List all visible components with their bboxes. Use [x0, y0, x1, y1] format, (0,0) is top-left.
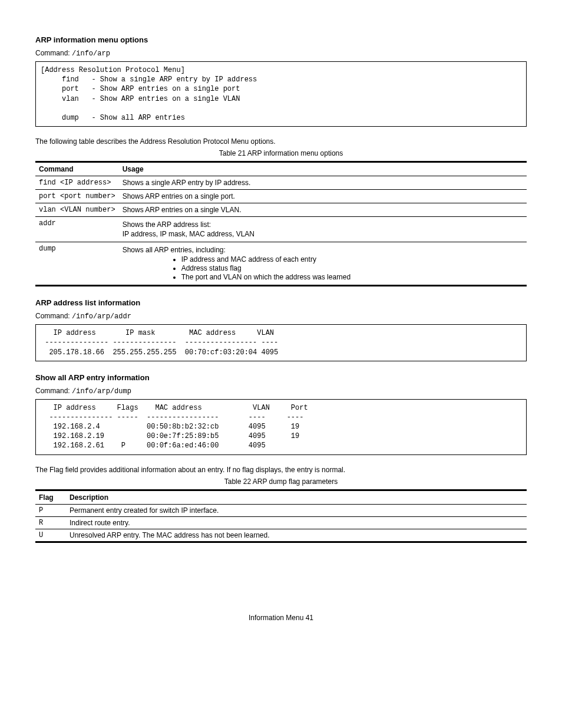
flag-table: Flag Description P Permanent entry creat…	[35, 489, 527, 543]
table-row: dump Shows all ARP entries, including: I…	[35, 242, 527, 286]
arp-addr-heading: ARP address list information	[35, 298, 527, 307]
page-footer: Information Menu 41	[35, 614, 527, 622]
table-row: vlan <VLAN number> Shows ARP entries on …	[35, 203, 527, 217]
cmd-arg: <port number>	[60, 192, 115, 200]
arp-addr-code-block: IP address IP mask MAC address VLAN ----…	[35, 324, 527, 361]
bullet-item: VLAN	[236, 230, 254, 238]
command-path: /info/arp/dump	[72, 387, 131, 396]
col-command: Command	[35, 162, 119, 176]
flag-intro: The Flag field provides additional infor…	[35, 466, 527, 474]
flag-code: R	[35, 516, 66, 529]
cmd-arg: <IP address>	[60, 179, 111, 187]
col-flag: Flag	[35, 490, 66, 504]
cmd-usage: Shows ARP entries on a single port.	[119, 190, 527, 203]
flag-desc: Indirect route entry.	[66, 516, 527, 529]
arp-menu-heading: ARP information menu options	[35, 35, 527, 44]
arp-menu-table-caption: Table 21 ARP information menu options	[35, 149, 527, 157]
flag-table-caption: Table 22 ARP dump flag parameters	[35, 477, 527, 486]
command-label: Command:	[35, 49, 70, 57]
command-path: /info/arp	[72, 50, 110, 58]
bullet-item: IP address	[123, 230, 156, 238]
flag-code: P	[35, 504, 66, 516]
cmd-usage: Shows a single ARP entry by IP address.	[119, 176, 527, 190]
command-path: /info/arp/addr	[72, 312, 131, 321]
bullet-item: IP address and MAC address of each entry	[181, 255, 523, 263]
bullet-item: IP mask	[160, 230, 185, 238]
col-desc: Description	[66, 490, 527, 504]
cmd-name: find	[39, 179, 56, 187]
cmd-usage: Shows ARP entries on a single VLAN.	[119, 203, 527, 217]
table-row: addr Shows the ARP address list: IP addr…	[35, 217, 527, 242]
cmd-usage-line: Shows all ARP entries, including:	[123, 246, 523, 254]
arp-menu-command-line: Command: /info/arp	[35, 49, 527, 58]
table-row: port <port number> Shows ARP entries on …	[35, 190, 527, 203]
arp-menu-code-block: [Address Resolution Protocol Menu] find …	[35, 61, 527, 127]
flag-desc: Unresolved ARP entry. The MAC address ha…	[66, 529, 527, 542]
col-usage: Usage	[119, 162, 527, 176]
cmd-usage-line: Shows the ARP address list:	[123, 220, 523, 229]
flag-row: R Indirect route entry.	[35, 516, 527, 529]
cmd-name: addr	[35, 217, 119, 242]
arp-dump-heading: Show all ARP entry information	[35, 373, 527, 382]
cmd-name: port	[39, 192, 56, 200]
command-label: Command:	[35, 312, 70, 320]
bullet-item: Address status flag	[181, 264, 523, 272]
bullet-item: MAC address	[189, 230, 232, 238]
command-label: Command:	[35, 387, 70, 395]
cmd-name: dump	[35, 242, 119, 286]
flag-code: U	[35, 529, 66, 542]
cmd-name: vlan	[39, 206, 56, 214]
flag-row: P Permanent entry created for switch IP …	[35, 504, 527, 516]
arp-dump-command-line: Command: /info/arp/dump	[35, 387, 527, 396]
flag-row: U Unresolved ARP entry. The MAC address …	[35, 529, 527, 542]
flag-desc: Permanent entry created for switch IP in…	[66, 504, 527, 516]
arp-menu-table-intro: The following table describes the Addres…	[35, 137, 527, 146]
table-row: find <IP address> Shows a single ARP ent…	[35, 176, 527, 190]
cmd-arg: <VLAN number>	[60, 206, 115, 214]
bullet-item: The port and VLAN on which the address w…	[181, 273, 523, 281]
arp-addr-command-line: Command: /info/arp/addr	[35, 312, 527, 321]
arp-dump-code-block: IP address Flags MAC address VLAN Port -…	[35, 399, 527, 455]
arp-menu-options-table: Command Usage find <IP address> Shows a …	[35, 161, 527, 286]
